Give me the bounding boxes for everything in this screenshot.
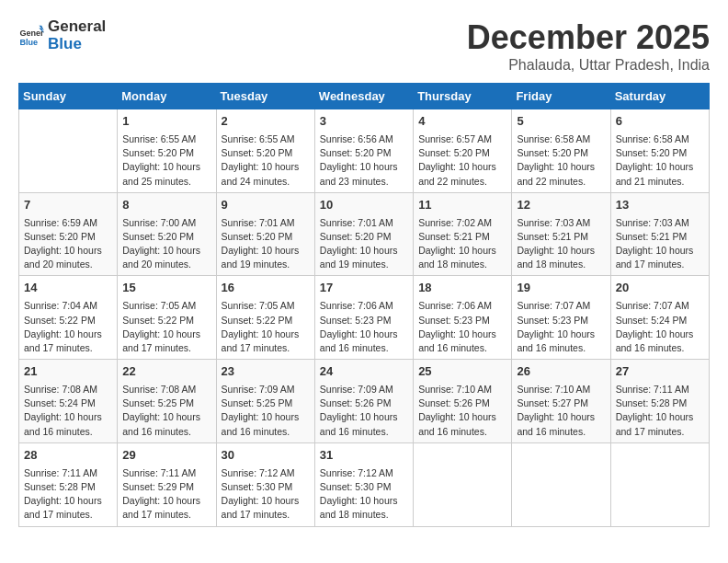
- day-number: 30: [222, 447, 310, 465]
- day-number: 16: [222, 280, 310, 297]
- day-of-week-header: Tuesday: [216, 84, 314, 109]
- cell-info: Sunrise: 7:05 AM Sunset: 5:22 PM Dayligh…: [222, 299, 310, 355]
- cell-info: Sunrise: 7:10 AM Sunset: 5:27 PM Dayligh…: [517, 383, 605, 439]
- day-number: 11: [418, 197, 506, 214]
- day-number: 2: [222, 113, 310, 131]
- calendar-cell: 20Sunrise: 7:07 AM Sunset: 5:24 PM Dayli…: [610, 276, 709, 360]
- day-number: 10: [320, 197, 408, 214]
- calendar-cell: 11Sunrise: 7:02 AM Sunset: 5:21 PM Dayli…: [414, 192, 512, 276]
- day-number: 19: [517, 280, 605, 297]
- svg-text:Blue: Blue: [19, 37, 38, 46]
- cell-info: Sunrise: 7:12 AM Sunset: 5:30 PM Dayligh…: [222, 466, 310, 523]
- month-title: December 2025: [467, 18, 710, 57]
- calendar-cell: 7Sunrise: 6:59 AM Sunset: 5:20 PM Daylig…: [19, 192, 118, 276]
- day-number: 4: [418, 113, 506, 131]
- calendar-cell: 19Sunrise: 7:07 AM Sunset: 5:23 PM Dayli…: [512, 276, 610, 360]
- day-number: 24: [320, 363, 408, 381]
- day-of-week-header: Wednesday: [314, 84, 413, 109]
- location-subtitle: Phalauda, Uttar Pradesh, India: [467, 57, 710, 74]
- calendar-cell: 1Sunrise: 6:55 AM Sunset: 5:20 PM Daylig…: [118, 109, 216, 193]
- day-number: 7: [24, 197, 112, 214]
- day-number: 9: [222, 197, 310, 214]
- calendar-cell: 31Sunrise: 7:12 AM Sunset: 5:30 PM Dayli…: [314, 442, 413, 526]
- day-number: 18: [418, 280, 506, 297]
- calendar-cell: 22Sunrise: 7:08 AM Sunset: 5:25 PM Dayli…: [118, 360, 216, 443]
- calendar-cell: 14Sunrise: 7:04 AM Sunset: 5:22 PM Dayli…: [19, 276, 118, 360]
- day-number: 3: [320, 113, 408, 131]
- cell-info: Sunrise: 6:57 AM Sunset: 5:20 PM Dayligh…: [418, 132, 506, 189]
- day-of-week-header: Thursday: [414, 84, 512, 109]
- calendar-cell: 6Sunrise: 6:58 AM Sunset: 5:20 PM Daylig…: [610, 109, 709, 193]
- day-number: 13: [616, 197, 704, 214]
- calendar-cell: 26Sunrise: 7:10 AM Sunset: 5:27 PM Dayli…: [512, 360, 610, 443]
- calendar-week-row: 21Sunrise: 7:08 AM Sunset: 5:24 PM Dayli…: [19, 360, 710, 443]
- logo: General Blue General Blue: [18, 18, 106, 52]
- day-number: 12: [517, 197, 605, 214]
- day-number: 23: [222, 363, 310, 381]
- calendar-cell: 18Sunrise: 7:06 AM Sunset: 5:23 PM Dayli…: [414, 276, 512, 360]
- calendar-cell: 30Sunrise: 7:12 AM Sunset: 5:30 PM Dayli…: [216, 442, 314, 526]
- calendar-week-row: 14Sunrise: 7:04 AM Sunset: 5:22 PM Dayli…: [19, 276, 710, 360]
- cell-info: Sunrise: 7:01 AM Sunset: 5:20 PM Dayligh…: [222, 216, 310, 272]
- cell-info: Sunrise: 7:06 AM Sunset: 5:23 PM Dayligh…: [418, 299, 506, 355]
- logo-general: General: [48, 18, 106, 36]
- calendar-cell: 3Sunrise: 6:56 AM Sunset: 5:20 PM Daylig…: [314, 109, 413, 193]
- day-number: 26: [517, 363, 605, 381]
- calendar-cell: [512, 442, 610, 526]
- day-number: 8: [122, 197, 210, 214]
- cell-info: Sunrise: 7:05 AM Sunset: 5:22 PM Dayligh…: [122, 299, 210, 355]
- cell-info: Sunrise: 6:55 AM Sunset: 5:20 PM Dayligh…: [222, 132, 310, 189]
- title-area: December 2025 Phalauda, Uttar Pradesh, I…: [467, 18, 710, 74]
- calendar-week-row: 28Sunrise: 7:11 AM Sunset: 5:28 PM Dayli…: [19, 442, 710, 526]
- calendar-cell: 9Sunrise: 7:01 AM Sunset: 5:20 PM Daylig…: [216, 192, 314, 276]
- calendar-cell: 8Sunrise: 7:00 AM Sunset: 5:20 PM Daylig…: [118, 192, 216, 276]
- calendar-cell: [19, 109, 118, 193]
- calendar-cell: [610, 442, 709, 526]
- cell-info: Sunrise: 7:11 AM Sunset: 5:28 PM Dayligh…: [24, 466, 112, 523]
- day-number: 6: [616, 113, 704, 131]
- calendar-cell: 12Sunrise: 7:03 AM Sunset: 5:21 PM Dayli…: [512, 192, 610, 276]
- calendar-cell: 4Sunrise: 6:57 AM Sunset: 5:20 PM Daylig…: [414, 109, 512, 193]
- cell-info: Sunrise: 7:09 AM Sunset: 5:26 PM Dayligh…: [320, 383, 408, 439]
- calendar-header-row: SundayMondayTuesdayWednesdayThursdayFrid…: [19, 84, 710, 109]
- cell-info: Sunrise: 7:03 AM Sunset: 5:21 PM Dayligh…: [517, 216, 605, 272]
- calendar-cell: 25Sunrise: 7:10 AM Sunset: 5:26 PM Dayli…: [414, 360, 512, 443]
- cell-info: Sunrise: 7:08 AM Sunset: 5:25 PM Dayligh…: [122, 383, 210, 439]
- calendar-cell: 23Sunrise: 7:09 AM Sunset: 5:25 PM Dayli…: [216, 360, 314, 443]
- day-number: 28: [24, 447, 112, 465]
- calendar-cell: 27Sunrise: 7:11 AM Sunset: 5:28 PM Dayli…: [610, 360, 709, 443]
- cell-info: Sunrise: 7:11 AM Sunset: 5:28 PM Dayligh…: [616, 383, 704, 439]
- cell-info: Sunrise: 7:06 AM Sunset: 5:23 PM Dayligh…: [320, 299, 408, 355]
- calendar-cell: 10Sunrise: 7:01 AM Sunset: 5:20 PM Dayli…: [314, 192, 413, 276]
- cell-info: Sunrise: 7:00 AM Sunset: 5:20 PM Dayligh…: [122, 216, 210, 272]
- cell-info: Sunrise: 7:07 AM Sunset: 5:24 PM Dayligh…: [616, 299, 704, 355]
- cell-info: Sunrise: 6:56 AM Sunset: 5:20 PM Dayligh…: [320, 132, 408, 189]
- calendar-cell: 15Sunrise: 7:05 AM Sunset: 5:22 PM Dayli…: [118, 276, 216, 360]
- day-number: 5: [517, 113, 605, 131]
- cell-info: Sunrise: 7:11 AM Sunset: 5:29 PM Dayligh…: [122, 466, 210, 523]
- calendar-cell: 17Sunrise: 7:06 AM Sunset: 5:23 PM Dayli…: [314, 276, 413, 360]
- day-number: 25: [418, 363, 506, 381]
- day-number: 31: [320, 447, 408, 465]
- cell-info: Sunrise: 6:58 AM Sunset: 5:20 PM Dayligh…: [517, 132, 605, 189]
- calendar-cell: 24Sunrise: 7:09 AM Sunset: 5:26 PM Dayli…: [314, 360, 413, 443]
- calendar-cell: 2Sunrise: 6:55 AM Sunset: 5:20 PM Daylig…: [216, 109, 314, 193]
- calendar-cell: 29Sunrise: 7:11 AM Sunset: 5:29 PM Dayli…: [118, 442, 216, 526]
- cell-info: Sunrise: 6:59 AM Sunset: 5:20 PM Dayligh…: [24, 216, 112, 272]
- calendar-cell: [414, 442, 512, 526]
- cell-info: Sunrise: 7:12 AM Sunset: 5:30 PM Dayligh…: [320, 466, 408, 523]
- day-of-week-header: Monday: [118, 84, 216, 109]
- cell-info: Sunrise: 6:58 AM Sunset: 5:20 PM Dayligh…: [616, 132, 704, 189]
- calendar-cell: 21Sunrise: 7:08 AM Sunset: 5:24 PM Dayli…: [19, 360, 118, 443]
- calendar-cell: 13Sunrise: 7:03 AM Sunset: 5:21 PM Dayli…: [610, 192, 709, 276]
- day-of-week-header: Saturday: [610, 84, 709, 109]
- day-number: 17: [320, 280, 408, 297]
- day-number: 20: [616, 280, 704, 297]
- header: General Blue General Blue December 2025 …: [18, 18, 710, 74]
- cell-info: Sunrise: 6:55 AM Sunset: 5:20 PM Dayligh…: [122, 132, 210, 189]
- cell-info: Sunrise: 7:03 AM Sunset: 5:21 PM Dayligh…: [616, 216, 704, 272]
- calendar-cell: 28Sunrise: 7:11 AM Sunset: 5:28 PM Dayli…: [19, 442, 118, 526]
- day-number: 22: [122, 363, 210, 381]
- cell-info: Sunrise: 7:01 AM Sunset: 5:20 PM Dayligh…: [320, 216, 408, 272]
- day-number: 27: [616, 363, 704, 381]
